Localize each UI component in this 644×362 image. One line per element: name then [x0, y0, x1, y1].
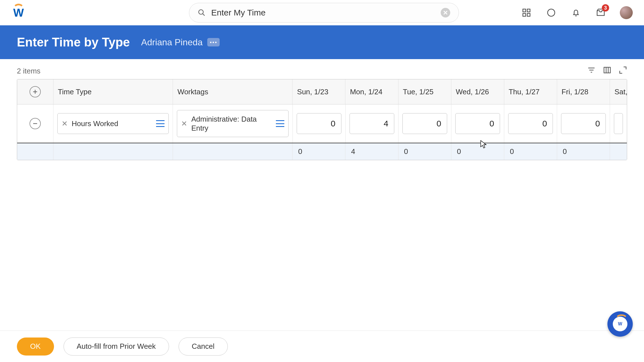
total-fri: 0: [557, 143, 610, 160]
assistant-logo-icon: W: [613, 317, 627, 331]
mouse-cursor: [480, 140, 487, 149]
svg-point-0: [199, 10, 203, 14]
worktag-value: Administrative: Data Entry: [191, 115, 272, 133]
time-type-prompt[interactable]: ✕ Hours Worked: [57, 113, 169, 134]
svg-rect-4: [523, 9, 526, 12]
worker-name: Adriana Pineda: [141, 37, 203, 48]
col-wed: Wed, 1/26: [451, 79, 504, 104]
hours-input-sat[interactable]: [614, 113, 623, 134]
apps-grid-icon: [522, 8, 531, 17]
hours-input-tue[interactable]: [402, 113, 447, 134]
column-prefs-button[interactable]: [603, 66, 611, 76]
related-actions-button[interactable]: [207, 38, 220, 46]
totals-row: 0 4 0 0 0 0: [17, 143, 627, 160]
page-title: Enter Time by Type: [17, 35, 130, 49]
col-worktags: Worktags: [173, 79, 292, 104]
svg-line-1: [203, 14, 205, 16]
page-header: Enter Time by Type Adriana Pineda: [0, 25, 644, 59]
worktags-prompt[interactable]: ✕ Administrative: Data Entry: [177, 110, 288, 137]
search-icon: [198, 9, 206, 17]
svg-point-8: [548, 9, 555, 16]
expand-icon: [619, 66, 627, 74]
total-tue: 0: [398, 143, 451, 160]
total-sun: 0: [292, 143, 345, 160]
ok-button[interactable]: OK: [17, 338, 54, 356]
global-search[interactable]: Enter My Time: [189, 3, 459, 23]
search-clear-button[interactable]: [441, 8, 450, 17]
prompt-list-icon[interactable]: [156, 120, 165, 127]
time-type-value: Hours Worked: [72, 119, 152, 128]
col-time-type: Time Type: [53, 79, 173, 104]
col-fri: Fri, 1/28: [557, 79, 610, 104]
close-icon: [443, 10, 448, 15]
hours-input-thu[interactable]: [508, 113, 553, 134]
item-count: 2 items: [17, 67, 40, 75]
apps-button[interactable]: [521, 7, 532, 18]
filter-button[interactable]: [587, 66, 596, 76]
col-thu: Thu, 1/27: [504, 79, 557, 104]
remove-chip-icon[interactable]: ✕: [62, 119, 68, 128]
add-row-header: [17, 79, 53, 104]
col-mon: Mon, 1/24: [345, 79, 398, 104]
conversations-button[interactable]: [546, 7, 557, 18]
prompt-list-icon[interactable]: [276, 120, 284, 127]
total-thu: 0: [504, 143, 557, 160]
plus-icon: [32, 89, 38, 95]
columns-icon: [603, 66, 611, 74]
profile-avatar[interactable]: [620, 6, 633, 19]
hours-input-fri[interactable]: [561, 113, 606, 134]
total-wed: 0: [451, 143, 504, 160]
col-sun: Sun, 1/23: [292, 79, 345, 104]
svg-rect-7: [527, 14, 530, 16]
bell-icon: [571, 8, 581, 17]
total-mon: 4: [345, 143, 398, 160]
search-text: Enter My Time: [211, 8, 441, 17]
hours-input-wed[interactable]: [455, 113, 500, 134]
grid-meta: 2 items: [0, 59, 644, 79]
col-sat: Sat,: [610, 79, 627, 104]
remove-chip-icon[interactable]: ✕: [181, 119, 187, 128]
notifications-button[interactable]: [570, 7, 582, 18]
fullscreen-button[interactable]: [619, 66, 627, 76]
minus-icon: [32, 121, 38, 126]
hours-input-mon[interactable]: [350, 113, 394, 134]
filter-icon: [587, 66, 596, 74]
workday-logo[interactable]: W: [11, 5, 26, 20]
table-row: ✕ Hours Worked ✕ Administrative: Data En…: [17, 104, 627, 143]
autofill-button[interactable]: Auto-fill from Prior Week: [64, 338, 169, 356]
col-tue: Tue, 1/25: [398, 79, 451, 104]
svg-rect-13: [604, 67, 611, 73]
remove-row-button[interactable]: [30, 118, 41, 129]
svg-rect-6: [523, 14, 526, 16]
grid-header-row: Time Type Worktags Sun, 1/23 Mon, 1/24 T…: [17, 79, 627, 104]
footer-bar: OK Auto-fill from Prior Week Cancel: [0, 330, 644, 362]
inbox-badge: 3: [602, 4, 609, 12]
chat-icon: [546, 8, 556, 17]
assistant-fab[interactable]: W: [607, 311, 633, 337]
inbox-button[interactable]: 3: [595, 7, 606, 18]
time-entry-grid: Time Type Worktags Sun, 1/23 Mon, 1/24 T…: [17, 79, 627, 160]
cancel-button[interactable]: Cancel: [179, 338, 228, 356]
add-row-button[interactable]: [30, 86, 41, 97]
hours-input-sun[interactable]: [297, 113, 341, 134]
top-nav: W Enter My Time 3: [0, 0, 644, 25]
svg-rect-5: [527, 9, 530, 12]
